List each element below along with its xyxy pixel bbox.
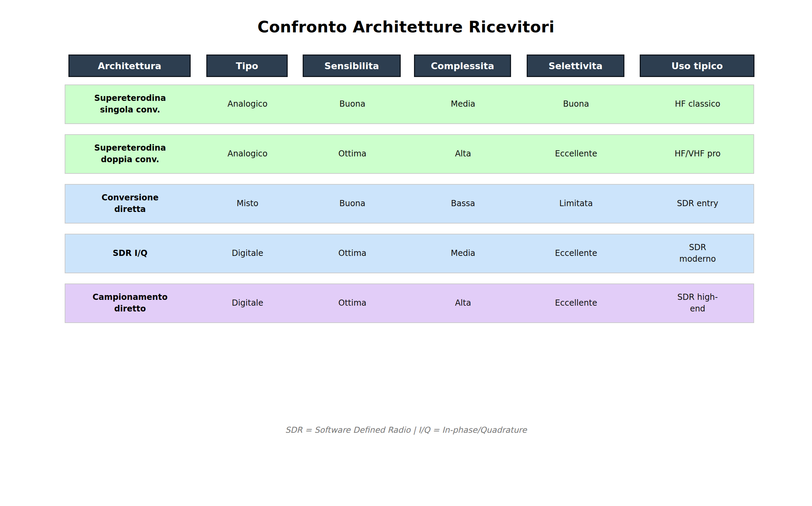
- table-cell-complessita: Alta: [455, 148, 471, 160]
- figure-canvas: Confronto Architetture Ricevitori Archit…: [0, 0, 812, 506]
- table-cell-sensibilita: Ottima: [338, 297, 366, 309]
- table-cell-tipo: Digitale: [232, 297, 264, 309]
- table-cell-tipo: Digitale: [232, 248, 264, 259]
- table-cell-selettivita: Buona: [563, 98, 589, 110]
- row-label: Conversione diretta: [101, 192, 158, 215]
- table-cell-sensibilita: Buona: [339, 198, 365, 210]
- table-cell-complessita: Media: [451, 98, 475, 110]
- table-cell-uso-tipico: HF classico: [675, 98, 720, 110]
- row-label: Supereterodina singola conv.: [94, 93, 166, 116]
- column-header-complessita: Complessita: [414, 55, 511, 77]
- table-cell-tipo: Analogico: [227, 148, 267, 160]
- column-header-uso-tipico: Uso tipico: [640, 55, 754, 77]
- column-header-architettura: Architettura: [68, 55, 191, 77]
- table-row-supereterodina-doppia: Supereterodina doppia conv. Analogico Ot…: [65, 134, 754, 174]
- table-cell-selettivita: Eccellente: [555, 148, 597, 160]
- row-label: SDR I/Q: [113, 248, 147, 259]
- column-header-tipo: Tipo: [206, 55, 288, 77]
- table-cell-uso-tipico: SDR moderno: [670, 242, 726, 265]
- table-cell-complessita: Media: [451, 248, 475, 259]
- table-cell-selettivita: Limitata: [559, 198, 593, 210]
- footnote-abbreviations: SDR = Software Defined Radio | I/Q = In-…: [0, 425, 812, 435]
- table-row-supereterodina-singola: Supereterodina singola conv. Analogico B…: [65, 85, 754, 124]
- table-cell-uso-tipico: SDR entry: [677, 198, 718, 210]
- table-cell-selettivita: Eccellente: [555, 297, 597, 309]
- table-cell-tipo: Analogico: [227, 98, 267, 110]
- table-cell-complessita: Alta: [455, 297, 471, 309]
- row-label: Campionamento diretto: [93, 292, 168, 315]
- table-cell-sensibilita: Ottima: [338, 148, 366, 160]
- table-cell-uso-tipico: HF/VHF pro: [674, 148, 720, 160]
- table-cell-sensibilita: Buona: [339, 98, 365, 110]
- table-cell-complessita: Bassa: [451, 198, 475, 210]
- table-cell-uso-tipico: SDR high-end: [670, 292, 726, 315]
- table-row-campionamento-diretto: Campionamento diretto Digitale Ottima Al…: [65, 283, 754, 323]
- column-header-selettivita: Selettivita: [527, 55, 624, 77]
- row-label: Supereterodina doppia conv.: [94, 142, 166, 165]
- table-cell-selettivita: Eccellente: [555, 248, 597, 259]
- table-cell-tipo: Misto: [237, 198, 258, 210]
- page-title: Confronto Architetture Ricevitori: [0, 18, 812, 36]
- table-row-sdr-iq: SDR I/Q Digitale Ottima Media Eccellente…: [65, 234, 754, 273]
- column-header-sensibilita: Sensibilita: [303, 55, 401, 77]
- table-cell-sensibilita: Ottima: [338, 248, 366, 259]
- table-row-conversione-diretta: Conversione diretta Misto Buona Bassa Li…: [65, 184, 754, 224]
